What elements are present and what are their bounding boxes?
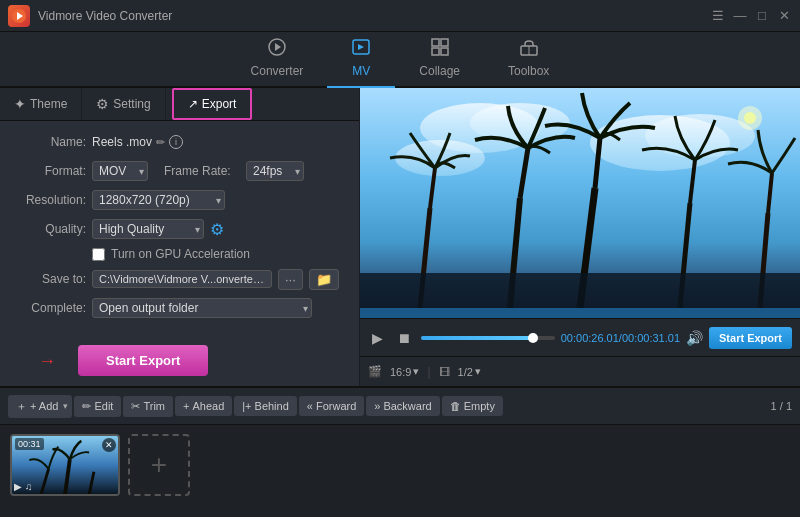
collage-icon xyxy=(430,37,450,62)
behind-button[interactable]: |+ Behind xyxy=(234,396,297,416)
add-clip-icon: + xyxy=(151,449,167,481)
converter-icon xyxy=(267,37,287,62)
time-display: 00:00:26.01/00:00:31.01 xyxy=(561,332,680,344)
edit-button[interactable]: ✏ Edit xyxy=(74,396,121,417)
quality-select[interactable]: High Quality Medium Quality Low Quality xyxy=(92,219,204,239)
resolution-row: Resolution: 1280x720 (720p) 1920x1080 (1… xyxy=(14,189,345,211)
panel-tab-export-label: Export xyxy=(202,97,237,111)
behind-icon: |+ xyxy=(242,400,251,412)
nav-tabs: Converter MV Collage Toolbox xyxy=(0,32,800,88)
panel-tabs: ✦ Theme ⚙ Setting ↗ Export xyxy=(0,88,359,121)
tab-collage[interactable]: Collage xyxy=(395,31,484,88)
quality-settings-icon[interactable]: ⚙ xyxy=(210,220,224,239)
progress-thumb[interactable] xyxy=(528,333,538,343)
right-panel: ▶ ⏹ 00:00:26.01/00:00:31.01 🔊 Start Expo… xyxy=(360,88,800,386)
theme-icon: ✦ xyxy=(14,96,26,112)
format-row: Format: MOV MP4 AVI Frame Rate: 24fps 30… xyxy=(14,160,345,182)
start-export-area: → Start Export xyxy=(0,329,359,386)
menu-button[interactable]: ☰ xyxy=(710,8,726,24)
progress-bar[interactable] xyxy=(421,336,555,340)
separator: | xyxy=(427,365,430,379)
timeline-clip-1[interactable]: 00:31 ✕ ▶ ♫ xyxy=(10,434,120,496)
maximize-button[interactable]: □ xyxy=(754,8,770,24)
clip-audio-icon[interactable]: ♫ xyxy=(25,481,33,492)
app-title: Vidmore Video Converter xyxy=(38,9,710,23)
toolbox-icon xyxy=(519,37,539,62)
forward-button[interactable]: « Forward xyxy=(299,396,364,416)
forward-icon: « xyxy=(307,400,313,412)
tab-mv-label: MV xyxy=(352,64,370,78)
quality-select-wrapper[interactable]: High Quality Medium Quality Low Quality xyxy=(92,219,204,239)
panel-tab-theme-label: Theme xyxy=(30,97,67,111)
close-button[interactable]: ✕ xyxy=(776,8,792,24)
play-button[interactable]: ▶ xyxy=(368,328,387,348)
aspect-selector[interactable]: 16:9 ▾ xyxy=(390,365,419,378)
resolution-label: Resolution: xyxy=(14,193,86,207)
add-clip-button[interactable]: + xyxy=(128,434,190,496)
panel-tab-theme[interactable]: ✦ Theme xyxy=(0,88,82,120)
browse-folder-btn[interactable]: 📁 xyxy=(309,269,339,290)
minimize-button[interactable]: — xyxy=(732,8,748,24)
video-preview xyxy=(360,88,800,318)
framerate-select-wrapper[interactable]: 24fps 30fps 60fps xyxy=(246,161,304,181)
gpu-checkbox[interactable] xyxy=(92,248,105,261)
resolution-select[interactable]: 1280x720 (720p) 1920x1080 (1080p) xyxy=(92,190,225,210)
svg-point-29 xyxy=(744,112,756,124)
tab-toolbox[interactable]: Toolbox xyxy=(484,31,573,88)
main-content: ✦ Theme ⚙ Setting ↗ Export Name: Reels .… xyxy=(0,88,800,386)
tab-mv[interactable]: MV xyxy=(327,31,395,88)
stop-button[interactable]: ⏹ xyxy=(393,328,415,348)
quality-label: Quality: xyxy=(14,222,86,236)
name-info-icon[interactable]: i xyxy=(169,135,183,149)
framerate-select[interactable]: 24fps 30fps 60fps xyxy=(246,161,304,181)
complete-select[interactable]: Open output folder Do nothing xyxy=(92,298,312,318)
complete-select-wrapper[interactable]: Open output folder Do nothing xyxy=(92,298,312,318)
format-select[interactable]: MOV MP4 AVI xyxy=(92,161,148,181)
saveto-row: Save to: C:\Vidmore\Vidmore V...onverter… xyxy=(14,268,345,290)
title-bar: Vidmore Video Converter ☰ — □ ✕ xyxy=(0,0,800,32)
aspect-chevron: ▾ xyxy=(413,365,419,378)
name-label: Name: xyxy=(14,135,86,149)
format-select-wrapper[interactable]: MOV MP4 AVI xyxy=(92,161,148,181)
svg-marker-3 xyxy=(275,43,281,51)
start-export-button[interactable]: Start Export xyxy=(78,345,208,376)
empty-button[interactable]: 🗑 Empty xyxy=(442,396,503,416)
ahead-button[interactable]: + Ahead xyxy=(175,396,232,416)
resolution-select-wrapper[interactable]: 1280x720 (720p) 1920x1080 (1080p) xyxy=(92,190,225,210)
trim-button[interactable]: ✂ Trim xyxy=(123,396,173,417)
add-icon: ＋ xyxy=(16,399,27,414)
svg-rect-8 xyxy=(441,48,448,55)
name-edit-icon[interactable]: ✏ xyxy=(156,136,165,149)
video-icon: 🎬 xyxy=(368,365,382,378)
clip-chevron: ▾ xyxy=(475,365,481,378)
clip-duration: 00:31 xyxy=(15,438,44,450)
tab-collage-label: Collage xyxy=(419,64,460,78)
tab-converter-label: Converter xyxy=(251,64,304,78)
clip-play-icon[interactable]: ▶ xyxy=(14,481,22,492)
start-export-small-button[interactable]: Start Export xyxy=(709,327,792,349)
gpu-label[interactable]: Turn on GPU Acceleration xyxy=(111,247,250,261)
video-controls: ▶ ⏹ 00:00:26.01/00:00:31.01 🔊 Start Expo… xyxy=(360,318,800,356)
svg-rect-6 xyxy=(441,39,448,46)
browse-more-btn[interactable]: ··· xyxy=(278,269,303,290)
panel-tab-export[interactable]: ↗ Export xyxy=(172,88,253,120)
trash-icon: 🗑 xyxy=(450,400,461,412)
timeline: 00:31 ✕ ▶ ♫ + xyxy=(0,424,800,504)
add-button[interactable]: ＋ + Add xyxy=(8,395,72,418)
window-controls: ☰ — □ ✕ xyxy=(710,8,792,24)
tab-converter[interactable]: Converter xyxy=(227,31,328,88)
progress-fill xyxy=(421,336,533,340)
volume-button[interactable]: 🔊 xyxy=(686,330,703,346)
export-icon: ↗ xyxy=(188,97,198,111)
trim-icon: ✂ xyxy=(131,400,140,413)
clip-close-btn[interactable]: ✕ xyxy=(102,438,116,452)
backward-button[interactable]: » Backward xyxy=(366,396,439,416)
framerate-label: Frame Rate: xyxy=(164,164,240,178)
clip-count-selector[interactable]: 1/2 ▾ xyxy=(458,365,481,378)
saveto-label: Save to: xyxy=(14,272,86,286)
panel-tab-setting[interactable]: ⚙ Setting xyxy=(82,88,165,120)
gpu-row: Turn on GPU Acceleration xyxy=(14,247,345,261)
tab-toolbox-label: Toolbox xyxy=(508,64,549,78)
app-logo xyxy=(8,5,30,27)
ahead-icon: + xyxy=(183,400,189,412)
